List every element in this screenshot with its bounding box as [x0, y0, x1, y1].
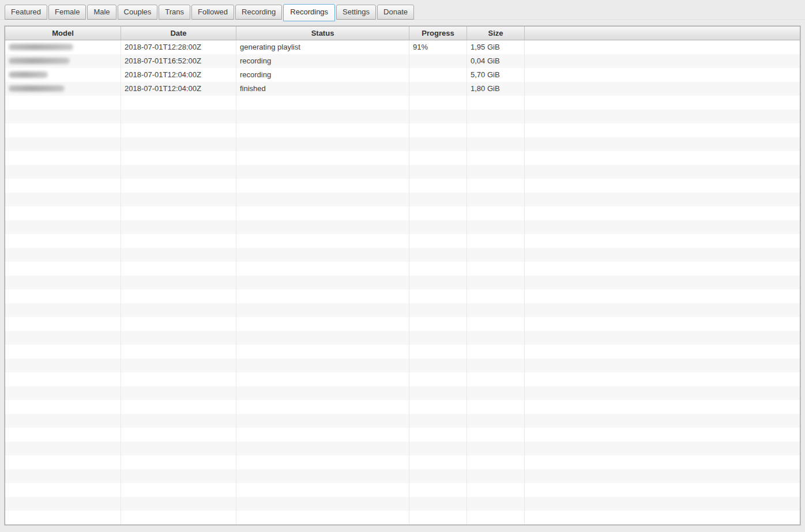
empty-row [5, 179, 800, 193]
cell-size [467, 345, 525, 359]
column-header-progress[interactable]: Progress [409, 27, 467, 40]
tab-female[interactable]: Female [48, 5, 86, 20]
cell-filler [525, 96, 800, 110]
empty-row [5, 359, 800, 372]
cell-status [236, 414, 409, 428]
cell-status [236, 331, 409, 345]
tab-male[interactable]: Male [87, 5, 116, 20]
cell-size [467, 414, 525, 428]
empty-row [5, 414, 800, 428]
cell-size [467, 96, 525, 110]
empty-row [5, 455, 800, 469]
cell-date [121, 442, 236, 455]
cell-model [5, 40, 121, 54]
tab-recordings[interactable]: Recordings [283, 4, 335, 21]
cell-progress [409, 179, 467, 193]
cell-size [467, 455, 525, 469]
cell-filler [525, 82, 800, 96]
cell-filler [525, 179, 800, 193]
empty-row [5, 289, 800, 303]
cell-date [121, 179, 236, 193]
column-header-size[interactable]: Size [467, 27, 525, 40]
column-header-model[interactable]: Model [5, 27, 121, 40]
cell-model [5, 483, 121, 497]
cell-progress [409, 123, 467, 137]
cell-progress [409, 303, 467, 317]
empty-row [5, 400, 800, 414]
cell-model [5, 179, 121, 193]
cell-filler [525, 497, 800, 511]
empty-row [5, 372, 800, 386]
cell-size [467, 469, 525, 483]
cell-model [5, 68, 121, 82]
cell-size [467, 220, 525, 234]
cell-progress [409, 151, 467, 165]
cell-filler [525, 248, 800, 262]
empty-row [5, 386, 800, 400]
tab-couples[interactable]: Couples [118, 5, 158, 20]
cell-size [467, 303, 525, 317]
cell-date: 2018-07-01T12:04:00Z [121, 82, 236, 96]
tab-donate[interactable]: Donate [377, 5, 414, 20]
cell-status [236, 428, 409, 442]
cell-model [5, 137, 121, 151]
empty-row [5, 262, 800, 276]
table-row[interactable]: 2018-07-01T12:28:00Zgenerating playlist9… [5, 40, 800, 54]
cell-size [467, 483, 525, 497]
empty-row [5, 331, 800, 345]
cell-size: 0,04 GiB [467, 54, 525, 68]
cell-date [121, 151, 236, 165]
cell-size: 1,80 GiB [467, 82, 525, 96]
tab-followed[interactable]: Followed [191, 5, 234, 20]
redacted-model-name [9, 58, 70, 64]
cell-status [236, 248, 409, 262]
table-row[interactable]: 2018-07-01T12:04:00Zrecording5,70 GiB [5, 68, 800, 82]
cell-status [236, 400, 409, 414]
table-row[interactable]: 2018-07-01T12:04:00Zfinished1,80 GiB [5, 82, 800, 96]
cell-date [121, 428, 236, 442]
cell-status: generating playlist [236, 40, 409, 54]
tab-settings[interactable]: Settings [336, 5, 376, 20]
cell-progress [409, 96, 467, 110]
column-header-status[interactable]: Status [236, 27, 409, 40]
tab-featured[interactable]: Featured [5, 5, 47, 20]
tab-trans[interactable]: Trans [159, 5, 190, 20]
cell-size [467, 331, 525, 345]
cell-progress [409, 248, 467, 262]
empty-row [5, 123, 800, 137]
cell-size [467, 193, 525, 206]
cell-progress [409, 414, 467, 428]
cell-progress [409, 428, 467, 442]
cell-model [5, 248, 121, 262]
cell-status [236, 137, 409, 151]
cell-model [5, 469, 121, 483]
cell-progress [409, 220, 467, 234]
cell-size [467, 386, 525, 400]
cell-model [5, 193, 121, 206]
cell-model [5, 234, 121, 248]
table-row[interactable]: 2018-07-01T16:52:00Zrecording0,04 GiB [5, 54, 800, 68]
cell-progress [409, 442, 467, 455]
cell-size [467, 359, 525, 372]
cell-model [5, 317, 121, 331]
cell-model [5, 303, 121, 317]
redacted-model-name [9, 85, 65, 92]
cell-model [5, 220, 121, 234]
cell-status [236, 276, 409, 289]
cell-status [236, 206, 409, 220]
tab-recording[interactable]: Recording [235, 5, 282, 20]
cell-size [467, 317, 525, 331]
table-header-row: ModelDateStatusProgressSize [5, 27, 800, 40]
cell-model [5, 289, 121, 303]
empty-row [5, 206, 800, 220]
column-header-date[interactable]: Date [121, 27, 236, 40]
cell-filler [525, 165, 800, 179]
cell-progress [409, 193, 467, 206]
cell-status [236, 359, 409, 372]
cell-size [467, 248, 525, 262]
recordings-table: ModelDateStatusProgressSize 2018-07-01T1… [5, 26, 800, 525]
cell-size [467, 289, 525, 303]
empty-row [5, 96, 800, 110]
cell-size [467, 400, 525, 414]
cell-model [5, 386, 121, 400]
